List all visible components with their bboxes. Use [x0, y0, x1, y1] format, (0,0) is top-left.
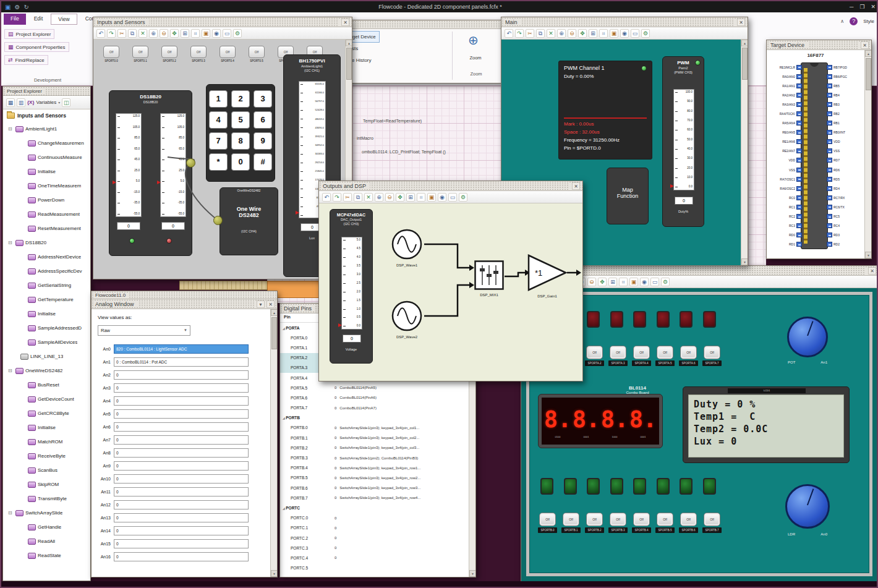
pin-pad[interactable] — [827, 102, 832, 107]
delete-icon[interactable]: ✕ — [547, 29, 555, 38]
tree-item[interactable]: TransmitByte — [3, 492, 90, 506]
pan-icon[interactable]: ✥ — [578, 29, 587, 38]
filter-icon[interactable]: ◫ — [62, 98, 70, 107]
scroll-thumb[interactable] — [866, 58, 871, 90]
zoom-in-icon[interactable]: ⊕ — [557, 29, 566, 38]
pin-pad[interactable] — [796, 93, 802, 98]
layers-icon[interactable]: ▣ — [202, 29, 210, 38]
close-button[interactable]: ✕ — [871, 4, 876, 10]
ruler-icon[interactable]: ▭ — [650, 278, 659, 286]
pin-row[interactable]: PORTC.5 — [280, 563, 469, 573]
components-icon[interactable]: ▦ — [6, 98, 15, 107]
tree-item[interactable]: ⊟ OneWireDS2482 — [3, 364, 90, 378]
scroll-thumb[interactable] — [271, 317, 277, 349]
scrollbar[interactable]: ▲ ▼ — [741, 40, 748, 265]
tree-item[interactable]: AddressNextDevice — [3, 250, 90, 264]
analog-value-field[interactable]: 0 — [114, 513, 249, 522]
analog-value-field[interactable]: 0 — [114, 448, 249, 458]
layers-icon[interactable]: ▣ — [427, 193, 436, 202]
pin-pad[interactable] — [827, 168, 832, 173]
tree-item[interactable]: ReceiveByte — [3, 449, 90, 463]
zoom-in-icon[interactable]: ⊕ — [375, 193, 383, 202]
camera-icon[interactable]: ◉ — [640, 278, 649, 286]
tree-item[interactable]: ReadState — [3, 548, 90, 563]
pin-row[interactable]: PORTC.0 0 — [280, 513, 469, 523]
panel-titlebar[interactable]: Outputs and DSP ✕ — [319, 181, 582, 191]
tree-root[interactable]: Inputs and Sensors — [3, 109, 90, 122]
pin-pad[interactable] — [796, 205, 802, 210]
ruler-icon[interactable]: ▭ — [631, 29, 639, 38]
analog-value-field[interactable]: 0 — [114, 396, 249, 406]
dsp-gain-node[interactable]: *1 DSP_Gain1 — [527, 254, 567, 298]
delete-icon[interactable]: ✕ — [139, 29, 147, 38]
pin-pad[interactable] — [827, 158, 832, 163]
settings-icon[interactable]: ⚙ — [233, 29, 242, 38]
scroll-thumb[interactable] — [742, 48, 748, 80]
zoom-out-icon[interactable]: ⊖ — [160, 29, 168, 38]
close-icon[interactable]: ✕ — [266, 300, 275, 308]
tree-item[interactable]: OneTimeMeasurem — [3, 179, 90, 193]
panel-titlebar[interactable]: Analog Window ▾ ✕ — [92, 299, 277, 309]
pin-pad[interactable] — [827, 93, 832, 98]
switch-button[interactable]: Off — [704, 346, 720, 359]
wire-node[interactable] — [213, 216, 223, 225]
ribbon-tab[interactable]: Edit — [27, 14, 50, 25]
switch-button[interactable]: Off — [633, 346, 650, 359]
pin-row[interactable]: PORTA.5 0 ComboBL0114(PinA5) — [280, 383, 469, 393]
variables-icon[interactable]: {X} — [27, 100, 35, 105]
analog-value-field[interactable]: 0 — [114, 539, 249, 548]
tree-item[interactable]: Initialise — [3, 420, 90, 435]
analog-value-field[interactable]: 0 — [114, 409, 249, 419]
pan-icon[interactable]: ✥ — [598, 278, 607, 286]
panel-titlebar[interactable]: Main ✕ — [501, 17, 748, 27]
panel-titlebar[interactable]: Flowcode11.0 — [92, 291, 277, 299]
dsp-wave1-node[interactable]: DSP_Wave1 — [391, 228, 423, 267]
pin-row[interactable]: PORTC.2 0 — [280, 533, 469, 543]
expander-icon[interactable]: ⊟ — [8, 240, 14, 245]
zoom-out-icon[interactable]: ⊖ — [568, 29, 576, 38]
grid-icon[interactable]: ⊞ — [181, 29, 189, 38]
analog-value-field[interactable]: 0 — [114, 383, 249, 393]
onewire-ds2482-component[interactable]: OneWireDS2482 One Wire DS2482 (I2C CH4) — [219, 187, 278, 255]
grid-icon[interactable]: ⊞ — [406, 193, 415, 202]
pin-pad[interactable] — [827, 214, 832, 219]
pin-pad[interactable] — [796, 130, 802, 135]
pin-row[interactable]: PORTB.6 0 SwitchArraySlide1(pin3); keypa… — [280, 483, 469, 493]
tree-item[interactable]: AddressSpecificDev — [3, 264, 90, 278]
tree-item[interactable]: GetTemperature — [3, 292, 90, 307]
tree-item[interactable]: ContinuousMeasure — [3, 150, 90, 164]
tree-item[interactable]: SkipROM — [3, 477, 90, 492]
tree-item[interactable]: ChangeMeasuremen — [3, 136, 90, 150]
pin-pad[interactable] — [796, 83, 802, 88]
zoom-in-icon[interactable]: ⊕ — [149, 29, 158, 38]
redo-icon[interactable]: ↷ — [515, 29, 524, 38]
pin-pad[interactable] — [796, 214, 802, 219]
panel-titlebar[interactable]: Project Explorer — [3, 87, 90, 96]
grid-icon[interactable]: ⊞ — [608, 278, 617, 286]
expander-icon[interactable]: ⊟ — [8, 126, 14, 132]
pin-pad[interactable] — [796, 186, 802, 191]
pin-pad[interactable] — [796, 223, 802, 228]
ribbon-tab[interactable]: File — [4, 14, 26, 25]
close-icon[interactable]: ✕ — [341, 19, 349, 26]
pin-pad[interactable] — [796, 139, 802, 144]
copy-icon[interactable]: ⧉ — [128, 29, 137, 38]
tree-item[interactable]: ReadAll — [3, 534, 90, 548]
tree-item[interactable]: SampleAddressedD — [3, 321, 90, 335]
tree-item[interactable]: PowerDown — [3, 193, 90, 207]
copy-icon[interactable]: ⧉ — [354, 193, 362, 202]
grid-icon[interactable]: ⊞ — [589, 29, 597, 38]
pin-pad[interactable] — [827, 121, 832, 126]
pin-pad[interactable] — [827, 242, 832, 247]
settings-icon[interactable]: ⚙ — [641, 29, 650, 38]
redo-icon[interactable]: ↷ — [107, 29, 116, 38]
undo-icon[interactable]: ↶ — [96, 29, 105, 38]
tree-item[interactable]: ⊟ SwitchArraySlide — [3, 506, 90, 520]
pin-pad[interactable] — [796, 168, 802, 173]
pin-pad[interactable] — [796, 177, 802, 182]
style-button[interactable]: Style — [863, 19, 874, 24]
tree-item[interactable]: LINK_LINE_13 — [3, 349, 90, 364]
close-icon[interactable]: ✕ — [572, 182, 580, 190]
pin-row[interactable]: PORTB.5 0 SwitchArraySlide1(pin3); keypa… — [280, 473, 469, 483]
analog-value-field[interactable]: 0 — [114, 370, 249, 380]
